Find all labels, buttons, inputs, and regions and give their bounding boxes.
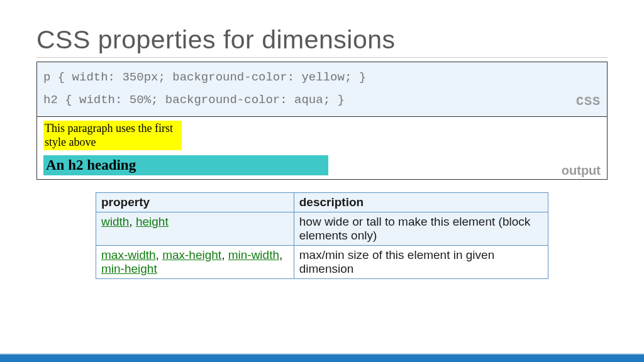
sep: ,: [156, 248, 163, 261]
code-line-2: h2 { width: 50%; background-color: aqua;…: [43, 89, 601, 111]
sep: ,: [279, 248, 282, 261]
sep: ,: [221, 248, 228, 261]
code-line-1: p { width: 350px; background-color: yell…: [43, 66, 601, 89]
th-property: property: [96, 193, 294, 212]
property-table: property description width, height how w…: [96, 192, 548, 279]
table-header-row: property description: [96, 193, 548, 212]
css-label: CSS: [576, 90, 601, 114]
th-description: description: [294, 193, 548, 212]
slide: CSS properties for dimensions p { width:…: [0, 0, 644, 279]
link-max-height[interactable]: max-height: [162, 248, 221, 261]
link-min-height[interactable]: min-height: [101, 262, 157, 275]
output-box: This paragraph uses the first style abov…: [36, 117, 608, 180]
css-code-box: p { width: 350px; background-color: yell…: [36, 62, 608, 117]
link-min-width[interactable]: min-width: [228, 248, 279, 261]
cell-description: how wide or tall to make this element (b…: [294, 212, 548, 246]
link-width[interactable]: width: [101, 215, 129, 228]
page-title: CSS properties for dimensions: [36, 25, 608, 57]
table-row: max-width, max-height, min-width, min-he…: [96, 246, 548, 279]
sep: ,: [129, 215, 136, 228]
output-label: output: [562, 163, 601, 178]
link-max-width[interactable]: max-width: [101, 248, 156, 261]
title-divider: [36, 57, 608, 58]
example-h2: An h2 heading: [43, 155, 328, 175]
example-paragraph: This paragraph uses the first style abov…: [43, 121, 182, 150]
cell-properties: width, height: [96, 212, 294, 246]
footer-accent-bar: [0, 353, 644, 362]
link-height[interactable]: height: [136, 215, 169, 228]
cell-description: max/min size of this element in given di…: [294, 246, 548, 279]
table-row: width, height how wide or tall to make t…: [96, 212, 548, 246]
cell-properties: max-width, max-height, min-width, min-he…: [96, 246, 294, 279]
